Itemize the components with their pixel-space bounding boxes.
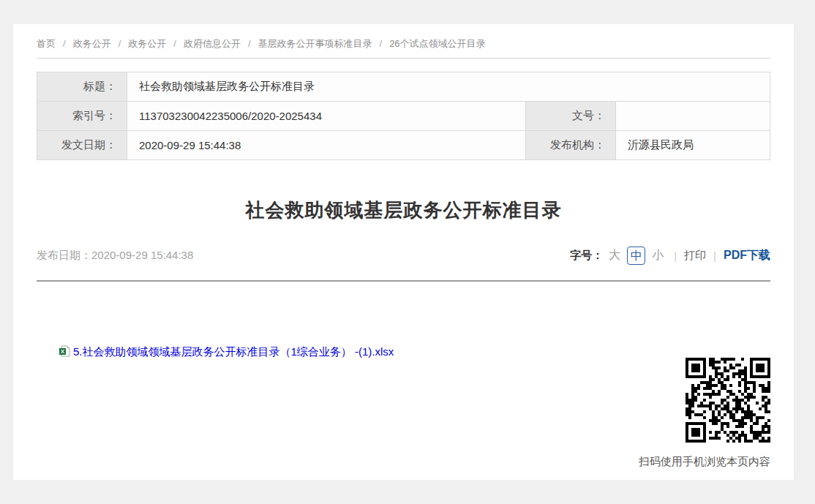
breadcrumb-item-home[interactable]: 首页	[37, 38, 56, 49]
breadcrumb-separator: /	[248, 38, 251, 49]
breadcrumb-separator: /	[173, 38, 176, 49]
publish-date-label: 发布日期：	[37, 249, 91, 261]
font-size-large-button[interactable]: 大	[609, 248, 620, 263]
doc-number-value	[616, 102, 770, 131]
content-card: 首页/政务公开/政务公开/政府信息公开/基层政务公开事项标准目录/26个试点领域…	[13, 24, 794, 480]
agency-value: 沂源县民政局	[616, 131, 770, 160]
qr-panel: 扫码使用手机浏览本页内容	[639, 358, 770, 469]
doc-number-label: 文号：	[526, 102, 616, 131]
title-value: 社会救助领域基层政务公开标准目录	[127, 72, 770, 102]
excel-file-icon: X	[59, 345, 70, 359]
breadcrumb-divider	[37, 58, 770, 59]
attachment-row: X 5.社会救助领域领域基层政务公开标准目录（1综合业务） -(1).xlsx	[59, 345, 394, 359]
lower-content: X 5.社会救助领域领域基层政务公开标准目录（1综合业务） -(1).xlsx …	[37, 282, 770, 469]
font-size-small-button[interactable]: 小	[652, 248, 664, 263]
issue-date-value: 2020-09-29 15:44:38	[127, 131, 526, 160]
breadcrumb-separator: /	[63, 38, 66, 49]
breadcrumb-separator: /	[380, 38, 383, 49]
title-label: 标题：	[37, 72, 127, 102]
breadcrumb-item-zhengwu-2[interactable]: 政务公开	[128, 38, 166, 49]
publish-date: 发布日期：2020-09-29 15:44:38	[37, 249, 193, 263]
toolbar: 字号： 大 中 小 | 打印 | PDF下载	[570, 247, 770, 265]
breadcrumb-item-zhengwu-1[interactable]: 政务公开	[73, 38, 111, 49]
pdf-download-button[interactable]: PDF下载	[724, 248, 770, 263]
index-number-label: 索引号：	[37, 102, 127, 131]
toolbar-divider: |	[674, 249, 677, 262]
issue-date-label: 发文日期：	[37, 131, 127, 160]
qr-code	[686, 358, 770, 443]
print-button[interactable]: 打印	[684, 249, 706, 263]
font-size-medium-button[interactable]: 中	[627, 247, 645, 265]
index-number-value: 113703230042235006/2020-2025434	[127, 102, 526, 131]
meta-table: 标题： 社会救助领域基层政务公开标准目录 索引号： 11370323004223…	[37, 72, 770, 160]
toolbar-divider: |	[713, 249, 716, 262]
breadcrumb-separator: /	[119, 38, 121, 49]
breadcrumb-item-standard-catalog[interactable]: 基层政务公开事项标准目录	[258, 38, 372, 49]
page-title: 社会救助领域基层政务公开标准目录	[37, 198, 770, 223]
breadcrumb: 首页/政务公开/政务公开/政府信息公开/基层政务公开事项标准目录/26个试点领域…	[37, 37, 770, 50]
article-meta-row: 发布日期：2020-09-29 15:44:38 字号： 大 中 小 | 打印 …	[37, 246, 770, 265]
font-size-label: 字号：	[570, 249, 603, 263]
breadcrumb-item-pilot-areas[interactable]: 26个试点领域公开目录	[389, 38, 485, 49]
table-row: 发文日期： 2020-09-29 15:44:38 发布机构： 沂源县民政局	[37, 131, 770, 160]
attachment-link[interactable]: 5.社会救助领域领域基层政务公开标准目录（1综合业务） -(1).xlsx	[73, 345, 394, 359]
table-row: 索引号： 113703230042235006/2020-2025434 文号：	[37, 102, 770, 131]
agency-label: 发布机构：	[526, 131, 616, 160]
table-row: 标题： 社会救助领域基层政务公开标准目录	[37, 72, 770, 102]
qr-caption: 扫码使用手机浏览本页内容	[639, 455, 770, 469]
svg-text:X: X	[61, 348, 65, 355]
publish-date-value: 2020-09-29 15:44:38	[91, 249, 193, 261]
breadcrumb-item-gov-info[interactable]: 政府信息公开	[184, 38, 241, 49]
